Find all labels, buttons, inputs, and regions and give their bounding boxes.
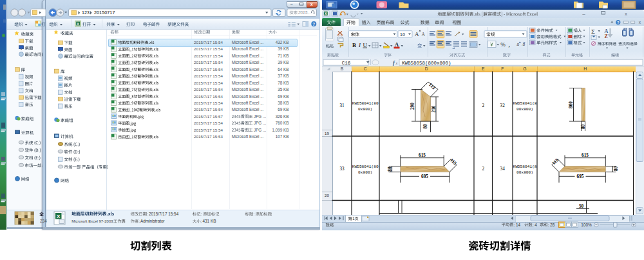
svg-text:2: 2 xyxy=(482,103,484,108)
svg-text:Z: Z xyxy=(605,34,608,39)
svg-text:39 KB: 39 KB xyxy=(278,60,289,65)
svg-text:326 KB: 326 KB xyxy=(276,114,289,119)
svg-text:69 KB: 69 KB xyxy=(278,107,289,112)
svg-text:69 KB: 69 KB xyxy=(278,94,289,99)
svg-text:F: F xyxy=(501,66,504,71)
svg-text:Microsoft Excel ...: Microsoft Excel ... xyxy=(232,94,264,99)
svg-text:10: 10 xyxy=(400,32,405,37)
svg-text:%: % xyxy=(500,41,506,48)
svg-text:KWD58041(80: KWD58041(80 xyxy=(352,165,379,169)
svg-text:695: 695 xyxy=(421,174,428,179)
svg-text:2015/7/17 15:54: 2015/7/17 15:54 xyxy=(194,121,223,125)
svg-text:A: A xyxy=(422,32,426,37)
svg-text:2015/7/17 15:54: 2015/7/17 15:54 xyxy=(194,94,223,99)
svg-text:234: 234 xyxy=(40,219,47,223)
svg-text:100%: 100% xyxy=(581,223,592,227)
svg-text:B: B xyxy=(352,42,356,48)
svg-text:A: A xyxy=(395,41,399,48)
svg-text:2015/7/17 15:54: 2015/7/17 15:54 xyxy=(194,46,223,51)
svg-text:KWB58058(800x800): KWB58058(800x800) xyxy=(402,61,451,66)
svg-text:38 KB: 38 KB xyxy=(278,101,289,105)
svg-text:Microsoft Excel ...: Microsoft Excel ... xyxy=(232,74,264,78)
svg-text:Microsoft Excel ...: Microsoft Excel ... xyxy=(232,40,264,45)
svg-text:–: – xyxy=(582,11,585,17)
svg-text:50: 50 xyxy=(579,204,584,209)
svg-text:Administrator: Administrator xyxy=(140,219,166,223)
svg-text:D: D xyxy=(425,66,428,71)
svg-text:Microsoft Excel ...: Microsoft Excel ... xyxy=(232,87,264,92)
svg-text:1,099 KB: 1,099 KB xyxy=(272,128,289,132)
svg-text:f: f xyxy=(393,59,395,66)
svg-text:2015/7/17 15:54: 2015/7/17 15:54 xyxy=(194,67,223,72)
svg-text:G: G xyxy=(523,66,526,71)
svg-text:Microsoft Excel ...: Microsoft Excel ... xyxy=(232,134,264,139)
svg-text:800: 800 xyxy=(569,101,574,108)
svg-text:: 14: : 14 xyxy=(514,223,521,227)
svg-text:2: 2 xyxy=(482,166,484,172)
svg-text:80: 80 xyxy=(388,166,393,172)
svg-text:2015/7/17 15:54: 2015/7/17 15:54 xyxy=(194,87,223,92)
svg-text:80: 80 xyxy=(423,124,428,129)
svg-text:113: 113 xyxy=(428,82,436,90)
svg-text:2015/7/17 15:54: 2015/7/17 15:54 xyxy=(194,40,223,45)
svg-text:432 KB: 432 KB xyxy=(276,40,289,45)
svg-text:x: x xyxy=(395,61,398,65)
svg-text:Microsoft Excel ...: Microsoft Excel ... xyxy=(232,60,264,65)
svg-text:?: ? xyxy=(617,21,620,25)
svg-text:x: x xyxy=(639,20,641,25)
svg-text:78 KB: 78 KB xyxy=(278,81,289,85)
svg-text:KWD58041(8: KWD58041(8 xyxy=(513,165,536,169)
svg-text:00x800): 00x800) xyxy=(516,170,533,175)
svg-text:123: 123 xyxy=(82,10,90,15)
svg-text:H: H xyxy=(583,66,587,71)
svg-text:: 4: : 4 xyxy=(533,223,537,227)
svg-text:33: 33 xyxy=(339,166,345,172)
svg-text:210: 210 xyxy=(431,105,437,112)
svg-text:2015/7/17 15:54: 2015/7/17 15:54 xyxy=(194,74,223,78)
svg-text:Σ: Σ xyxy=(591,28,595,35)
svg-text:Microsoft Excel ...: Microsoft Excel ... xyxy=(232,54,264,58)
svg-text:2015...: 2015... xyxy=(298,10,311,15)
svg-text:B: B xyxy=(341,66,344,71)
svg-text:80: 80 xyxy=(614,166,619,172)
svg-text:2015/7/17 15:57: 2015/7/17 15:57 xyxy=(194,114,223,119)
svg-text:2015/7/17 15:54: 2015/7/17 15:54 xyxy=(194,128,223,132)
svg-text:32: 32 xyxy=(500,103,506,108)
svg-text:2015/7/17 15:54: 2015/7/17 15:54 xyxy=(194,81,223,85)
svg-text:X: X xyxy=(325,12,327,15)
svg-text:2015/7/17 15:54: 2015/7/17 15:54 xyxy=(194,60,223,65)
svg-text:JPG ...: JPG ... xyxy=(254,121,266,125)
svg-text:Microsoft Excel ...: Microsoft Excel ... xyxy=(232,101,264,105)
svg-text:KWD58041(80: KWD58041(80 xyxy=(352,101,379,106)
svg-text:615: 615 xyxy=(582,153,589,158)
svg-text:Microsoft Excel ...: Microsoft Excel ... xyxy=(232,46,264,51)
svg-text:2015/7/17 15:54: 2015/7/17 15:54 xyxy=(194,54,223,58)
svg-text:80: 80 xyxy=(581,125,586,130)
svg-text:A: A xyxy=(415,31,419,37)
svg-text:C16: C16 xyxy=(342,61,351,66)
svg-text:0x800): 0x800) xyxy=(358,170,372,175)
svg-text:,: , xyxy=(508,41,509,48)
svg-text:U: U xyxy=(363,42,368,48)
svg-text:2015/7/17 15:54: 2015/7/17 15:54 xyxy=(194,101,223,105)
svg-text:2015/7/17 15:54: 2015/7/17 15:54 xyxy=(149,212,179,216)
svg-text:E: E xyxy=(482,66,485,71)
svg-text:20: 20 xyxy=(325,193,329,197)
svg-text:Microsoft Excel ...: Microsoft Excel ... xyxy=(232,107,264,112)
svg-text:I: I xyxy=(358,42,361,48)
svg-text:–: – xyxy=(290,2,293,6)
svg-text:Microsoft Excel 97-2003: Microsoft Excel 97-2003 xyxy=(71,219,113,223)
svg-text:2015/7/17 15:53: 2015/7/17 15:53 xyxy=(194,134,223,139)
svg-text:2015/7/17 15:54: 2015/7/17 15:54 xyxy=(194,107,223,112)
svg-text:107 KB: 107 KB xyxy=(276,134,289,139)
svg-text:00x800): 00x800) xyxy=(516,107,533,112)
svg-text:37 KB: 37 KB xyxy=(278,74,289,78)
svg-text:19: 19 xyxy=(325,131,329,135)
svg-text:JPG ...: JPG ... xyxy=(254,114,266,119)
svg-text:1: 1 xyxy=(352,216,355,221)
svg-text:X: X xyxy=(77,22,79,26)
svg-text:615: 615 xyxy=(419,153,426,158)
svg-text:KWD58041(8: KWD58041(8 xyxy=(513,101,536,106)
svg-text:x: x xyxy=(625,12,627,16)
svg-text:Microsoft Excel ...: Microsoft Excel ... xyxy=(232,67,264,72)
